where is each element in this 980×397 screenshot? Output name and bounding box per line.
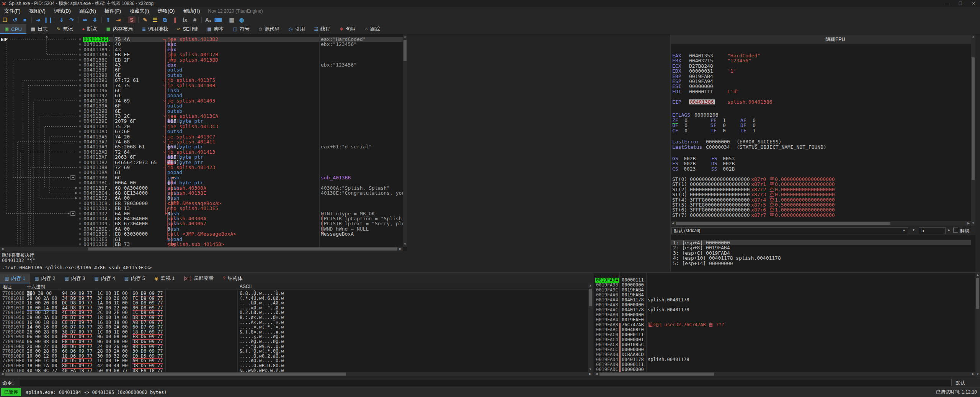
tab-日志[interactable]: ▤日志 <box>26 24 52 34</box>
dump-row[interactable]: 7709105038 00 3A 00F8 D7 09 7718 00 1A 0… <box>0 315 588 320</box>
disasm-row[interactable]: 004013C4.68 8E134000push splish.40138E40… <box>83 190 403 195</box>
dump-vscroll-thumb[interactable] <box>589 289 592 306</box>
disasm-hscroll-thumb[interactable] <box>88 247 397 251</box>
pause-button[interactable]: ❙❙ <box>43 16 53 24</box>
dump-row[interactable]: 7709107014 00 16 0090 D7 09 7728 00 2A 0… <box>0 325 588 330</box>
restart-button[interactable]: ↺ <box>10 16 20 24</box>
stack-row[interactable]: 0019FAB000000000 <box>594 312 973 317</box>
disasm-row[interactable]: 004013D9.68 67304000push splish.403067│L… <box>83 221 403 226</box>
registers-vertical-scrollbar[interactable]: ▲ ▼ <box>971 34 975 226</box>
stack-row[interactable]: 0019FA9800000000 <box>594 283 973 288</box>
stack-vertical-scrollbar[interactable]: ▲ ▼ <box>975 273 980 377</box>
disasm-row[interactable]: 0040138F6Foutsd <box>83 67 403 72</box>
disasm-row[interactable]: 004013966Cinsb <box>83 88 403 93</box>
command-mode-dropdown[interactable]: 默认 <box>956 380 965 386</box>
dump-horizontal-scrollbar[interactable]: ◀ ▶ <box>0 372 593 376</box>
disasm-row[interactable]: 004013906Eoutsb <box>83 73 403 78</box>
disasm-horizontal-scrollbar[interactable]: ◀ ▶ <box>0 247 403 251</box>
fx-button[interactable]: fx <box>180 16 190 24</box>
tab-监视 1[interactable]: ◉监视 1 <box>150 273 179 283</box>
unlock-checkbox[interactable] <box>953 228 958 233</box>
tab-笔记[interactable]: ✎笔记 <box>52 24 77 34</box>
run-button[interactable]: ➜ <box>33 16 43 24</box>
tab-跟踪[interactable]: ∴跟踪 <box>360 24 385 34</box>
tab-源代码[interactable]: ◇源代码 <box>254 24 284 34</box>
disasm-row[interactable]: 004013CB.E8 78030000call <JMP.&MessageBo… <box>83 201 403 206</box>
disasm-row[interactable]: 0040138A.EB EFjmp splish.40137B <box>83 52 403 57</box>
stack-row[interactable]: 0019FAD800000111 <box>594 362 973 367</box>
tab-内存布局[interactable]: ▦内存布局 <box>101 24 137 34</box>
dump-row[interactable]: 770910C026 00 28 0060 D6 09 7728 00 2A 0… <box>0 349 588 354</box>
menu-item[interactable]: 帮助(H) <box>179 7 204 15</box>
tab-内存 1[interactable]: ▦内存 1 <box>0 273 30 283</box>
disasm-row[interactable]: 00401389.43inc ebx <box>83 47 403 52</box>
tab-引用[interactable]: ◎引用 <box>284 24 309 34</box>
seh-chain-button[interactable]: S <box>127 16 137 24</box>
disasm-row[interactable]: 0040139874 69je splish.401403 <box>83 98 403 103</box>
disasm-row[interactable]: 004013BB6Cinsbsub_4013BB <box>83 175 403 180</box>
disasm-row[interactable]: 004013D26A 00push 0┌UINT uType = MB_OK <box>83 211 403 216</box>
dump-hscroll-thumb[interactable] <box>5 373 346 376</box>
disasm-row[interactable]: 004013BC.006A 00add byte ptr ds:[edx],ch <box>83 180 403 185</box>
disasm-row[interactable]: 004013AF2063 6Fand byte ptr ds:[ebx+6F],… <box>83 155 403 159</box>
disasm-vertical-scrollbar[interactable]: ▲ ▼ <box>403 34 407 247</box>
maximize-button[interactable]: ❐ <box>954 1 967 6</box>
disasm-row[interactable]: 00401388.40inc eaxebx:"123456" <box>83 42 403 47</box>
tab-内存 4[interactable]: ▦内存 4 <box>90 273 120 283</box>
disasm-row[interactable]: 0040139474 75je splish.40140B <box>83 83 403 88</box>
disasm-row[interactable]: 0040138E43inc ebxebx:"123456" <box>83 62 403 67</box>
memory-map-button[interactable]: ⧉ <box>160 16 170 24</box>
registers-hscroll-thumb[interactable] <box>676 222 890 225</box>
tab-CPU[interactable]: ▣CPU <box>0 24 26 34</box>
disasm-row[interactable]: 004013DE.6A 00push 0│HWND hWnd = NULL <box>83 226 403 231</box>
close-button[interactable]: ✕ <box>967 1 980 6</box>
settings-button[interactable]: ⌨ <box>213 16 223 24</box>
stack-row[interactable]: 0019FABC00040810 <box>594 327 973 332</box>
arg-count-up-icon[interactable]: ▲ <box>947 228 951 232</box>
stop-button[interactable]: ■ <box>20 16 30 24</box>
minimize-button[interactable]: — <box>941 1 954 6</box>
disasm-row[interactable]: 0040139A6Foutsd <box>83 103 403 108</box>
disasm-row[interactable]: 004013B872 69jb splish.401423 <box>83 165 403 170</box>
disasm-row[interactable]: 0040139B6Eoutsb <box>83 109 403 114</box>
trace-button[interactable]: ∥ <box>170 16 180 24</box>
disasm-row[interactable]: 00401386.75 4Ajne splish.4013D2eax:"Hard… <box>83 37 403 42</box>
disasm-row[interactable]: 004013AD72 64jb splish.401413 <box>83 150 403 155</box>
argument-row[interactable]: 4: [esp+10] 00401178 splish.00401178 <box>671 255 971 260</box>
registers-vscroll-thumb[interactable] <box>972 57 975 180</box>
step-over-button[interactable]: ↷ <box>67 16 77 24</box>
tab-调用堆栈[interactable]: ≣调用堆栈 <box>137 24 173 34</box>
patch-button[interactable]: ✎ <box>140 16 150 24</box>
tab-SEH链[interactable]: ∞SEH链 <box>173 24 203 34</box>
menu-item[interactable]: 调试(D) <box>50 7 75 15</box>
calling-convention-combobox[interactable]: 默认 (stdcall) ▼ <box>671 227 908 234</box>
stack-row[interactable]: 0019FAC400000001 <box>594 337 973 342</box>
tab-内存 2[interactable]: ▦内存 2 <box>30 273 60 283</box>
stack-row[interactable]: 0019FAAC00401178splish.00401178 <box>594 308 973 312</box>
disasm-row[interactable]: 0040139E2079 6Fand byte ptr ds:[ecx+6F],… <box>83 119 403 124</box>
step-into-button[interactable]: ⇓ <box>57 16 67 24</box>
dump-row[interactable]: 7709100036 00 38 0094 D9 09 771C 00 1E 0… <box>0 291 588 296</box>
stack-vscroll-thumb[interactable] <box>976 278 979 309</box>
menu-item[interactable]: 收藏夹(I) <box>125 7 153 15</box>
disasm-row[interactable]: 004013A774 68je splish.401411 <box>83 139 403 144</box>
disasm-row[interactable]: 0040138CEB 2Fjmp splish.4013BD <box>83 57 403 62</box>
menu-item[interactable]: 跟踪(N) <box>75 7 100 15</box>
run-to-user-code-button[interactable]: ⇑ <box>103 16 113 24</box>
disasm-row[interactable]: 0040139C73 2Cjae splish.4013CA <box>83 114 403 119</box>
argument-row[interactable]: 1: [esp+4] 00000000 <box>671 240 971 245</box>
stack-row[interactable]: 0019FAA400401178splish.00401178 <box>594 298 973 303</box>
disasm-row[interactable]: 004013E561popad <box>83 237 403 242</box>
disasm-row[interactable]: 004013E0.E8 63030000call <JMP.&MessageBo… <box>83 231 403 236</box>
tab-内存 3[interactable]: ▦内存 3 <box>60 273 90 283</box>
stack-row[interactable]: 0019FA9C0019FAB4 <box>594 288 973 293</box>
tab-局部变量[interactable]: [x=]局部变量 <box>179 273 218 283</box>
registers-horizontal-scrollbar[interactable]: ◀ ▶ <box>671 221 971 226</box>
tab-结构体[interactable]: ?结构体 <box>218 273 247 283</box>
disasm-row[interactable]: 004013A367:6Foutsd <box>83 129 403 134</box>
arg-count-down-icon[interactable]: ▼ <box>912 228 915 232</box>
menu-item[interactable]: 视图(V) <box>25 7 50 15</box>
stack-row[interactable]: 0019FA9400000111 <box>594 278 973 283</box>
calculator-button[interactable]: ▦ <box>227 16 237 24</box>
menu-item[interactable]: 文件(F) <box>0 7 25 15</box>
